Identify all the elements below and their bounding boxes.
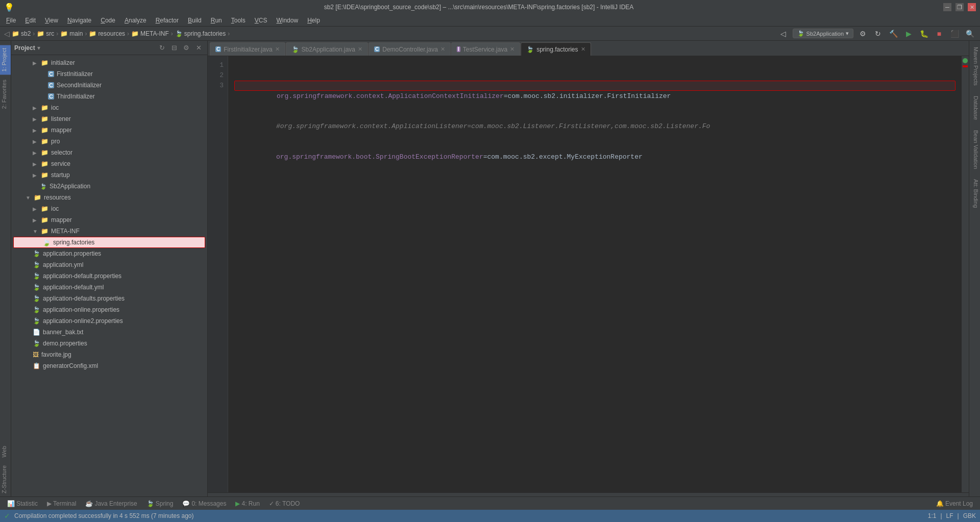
tree-item-app-properties[interactable]: 🍃 application.properties (11, 248, 207, 259)
menu-edit[interactable]: Edit (21, 16, 40, 25)
sync-button[interactable]: ↻ (872, 28, 884, 40)
navigate-back-button[interactable]: ◁ (777, 28, 790, 40)
statistic-tab[interactable]: 📊 Statistic (3, 499, 42, 508)
tab-demo-controller[interactable]: C DemoController.java ✕ (369, 42, 451, 56)
tree-item-startup[interactable]: ▶ 📁 startup (11, 169, 207, 181)
tree-item-favorite-jpg[interactable]: 🖼 favorite.jpg (11, 349, 207, 360)
tree-item-first-initializer[interactable]: C FirstInitializer (11, 68, 207, 80)
main-icon: 📁 (60, 30, 68, 37)
tree-item-mapper[interactable]: ▶ 📁 mapper (11, 125, 207, 136)
java-enterprise-tab[interactable]: ☕ Java Enterprise (81, 499, 141, 508)
tab-test-service[interactable]: I TestService.java ✕ (451, 42, 520, 56)
line-number-1: 1 (212, 60, 224, 70)
structure-tab[interactable]: Z-Structure (0, 462, 11, 496)
tree-item-resources[interactable]: ▼ 📁 resources (11, 192, 207, 203)
breadcrumb-resources[interactable]: 📁 resources (89, 30, 125, 37)
tree-item-sb2application[interactable]: 🍃 Sb2Application (11, 181, 207, 192)
menu-vcs[interactable]: VCS (251, 16, 272, 25)
maven-projects-tab[interactable]: Maven Projects (969, 43, 981, 90)
search-everywhere-button[interactable]: 🔍 (964, 28, 976, 40)
bean-validation-tab[interactable]: Bean Validation (969, 126, 981, 173)
tree-item-ioc[interactable]: ▶ 📁 ioc (11, 102, 207, 113)
tree-item-app-defaults-prop[interactable]: 🍃 application-defaults.properties (11, 293, 207, 304)
tree-item-ioc2[interactable]: ▶ 📁 ioc (11, 203, 207, 214)
tree-item-spring-factories[interactable]: 🍃 spring.factories (13, 237, 205, 248)
tree-item-app-default-prop[interactable]: 🍃 application-default.properties (11, 270, 207, 282)
cursor-position[interactable]: 1:1 (928, 512, 937, 519)
tree-item-listener[interactable]: ▶ 📁 listener (11, 113, 207, 125)
att-binding-tab[interactable]: Att: Binding (969, 175, 981, 212)
event-log-btn[interactable]: 🔔 Event Log (932, 499, 977, 508)
menu-run[interactable]: Run (207, 16, 226, 25)
tab-first-initializer[interactable]: C FirstInitializer.java ✕ (210, 42, 285, 56)
sidebar-close-button[interactable]: ✕ (193, 42, 204, 54)
stop-button[interactable]: ■ (933, 28, 945, 40)
minimize-button[interactable]: ─ (943, 3, 951, 11)
tree-label: mapper (51, 127, 72, 134)
database-tab[interactable]: Database (969, 92, 981, 124)
tree-item-service[interactable]: ▶ 📁 service (11, 158, 207, 169)
run-button[interactable]: ▶ (902, 28, 915, 40)
tab-spring-factories[interactable]: 🍃 spring.factories ✕ (521, 42, 591, 56)
settings-button[interactable]: ⚙ (856, 28, 869, 40)
tree-item-selector[interactable]: ▶ 📁 selector (11, 147, 207, 158)
breadcrumb-src[interactable]: 📁 src (37, 30, 54, 37)
build-button[interactable]: 🔨 (887, 28, 899, 40)
tree-item-demo-prop[interactable]: 🍃 demo.properties (11, 338, 207, 349)
tab-close-icon[interactable]: ✕ (275, 46, 280, 53)
breadcrumb-meta-inf[interactable]: 📁 META-INF (131, 30, 169, 37)
menu-view[interactable]: View (41, 16, 62, 25)
tree-item-third-initializer[interactable]: C ThirdInitializer (11, 91, 207, 102)
menu-file[interactable]: File (2, 16, 20, 25)
breadcrumb-spring-factories[interactable]: 🍃 spring.factories (175, 30, 226, 37)
line-separator[interactable]: LF (946, 512, 953, 519)
menu-code[interactable]: Code (96, 16, 119, 25)
sidebar-actions: ↻ ⊟ ⚙ ✕ (156, 42, 204, 54)
tree-item-banner-txt[interactable]: 📄 banner_bak.txt (11, 327, 207, 338)
menu-refactor[interactable]: Refactor (152, 16, 183, 25)
sidebar-sync-button[interactable]: ↻ (156, 42, 167, 54)
menu-tools[interactable]: Tools (227, 16, 250, 25)
run-tab[interactable]: ▶ 4: Run (231, 499, 263, 508)
web-tab[interactable]: Web (0, 443, 11, 460)
tab-close-icon4[interactable]: ✕ (510, 46, 514, 53)
project-tab[interactable]: 1: Project (0, 45, 11, 74)
tree-item-app-online-prop[interactable]: 🍃 application-online.properties (11, 304, 207, 315)
terminal-tab[interactable]: ▶ Terminal (43, 499, 80, 508)
tree-item-generator-xml[interactable]: 📋 generatorConfig.xml (11, 360, 207, 371)
code-editor[interactable]: org.springframework.context.ApplicationC… (228, 56, 962, 492)
editor-scrollbar[interactable] (208, 492, 969, 496)
menu-analyze[interactable]: Analyze (120, 16, 151, 25)
encoding[interactable]: GBK (963, 512, 976, 519)
tree-item-app-online2-prop[interactable]: 🍃 application-online2.properties (11, 315, 207, 327)
menu-help[interactable]: Help (303, 16, 324, 25)
messages-tab[interactable]: 💬 0: Messages (178, 499, 230, 508)
sidebar-settings-button[interactable]: ⚙ (181, 42, 192, 54)
tab-close-icon5[interactable]: ✕ (581, 46, 585, 53)
tree-item-app-default-yml[interactable]: 🍃 application-default.yml (11, 282, 207, 293)
tree-label: startup (51, 171, 70, 179)
tree-item-pro[interactable]: ▶ 📁 pro (11, 136, 207, 147)
breadcrumb-sb2[interactable]: 📁 sb2 (12, 30, 31, 37)
tab-close-icon2[interactable]: ✕ (358, 46, 362, 53)
tab-close-icon3[interactable]: ✕ (440, 46, 445, 53)
menu-build[interactable]: Build (184, 16, 206, 25)
menu-navigate[interactable]: Navigate (63, 16, 95, 25)
close-button[interactable]: ✕ (968, 3, 976, 11)
menu-window[interactable]: Window (272, 16, 302, 25)
breadcrumb-main[interactable]: 📁 main (60, 30, 83, 37)
tab-sb2application[interactable]: 🍃 Sb2Application.java ✕ (286, 42, 368, 56)
debug-button[interactable]: 🐛 (918, 28, 930, 40)
spring-tab[interactable]: 🍃 Spring (142, 499, 178, 508)
sidebar-collapse-button[interactable]: ⊟ (168, 42, 180, 54)
tree-item-mapper2[interactable]: ▶ 📁 mapper (11, 214, 207, 226)
todo-tab[interactable]: ✓ 6: TODO (265, 499, 304, 508)
run-config-selector[interactable]: 🍃 Sb2Application ▾ (793, 29, 853, 38)
tree-item-meta-inf[interactable]: ▼ 📁 META-INF (11, 226, 207, 237)
tree-item-app-yml[interactable]: 🍃 application.yml (11, 259, 207, 270)
tree-item-second-initializer[interactable]: C SecondInitializer (11, 80, 207, 91)
favorites-tab[interactable]: 2: Favorites (0, 77, 11, 112)
coverage-button[interactable]: ⬛ (948, 28, 961, 40)
tree-item-initializer[interactable]: ▶ 📁 initializer (11, 57, 207, 68)
maximize-button[interactable]: ❐ (955, 3, 964, 11)
